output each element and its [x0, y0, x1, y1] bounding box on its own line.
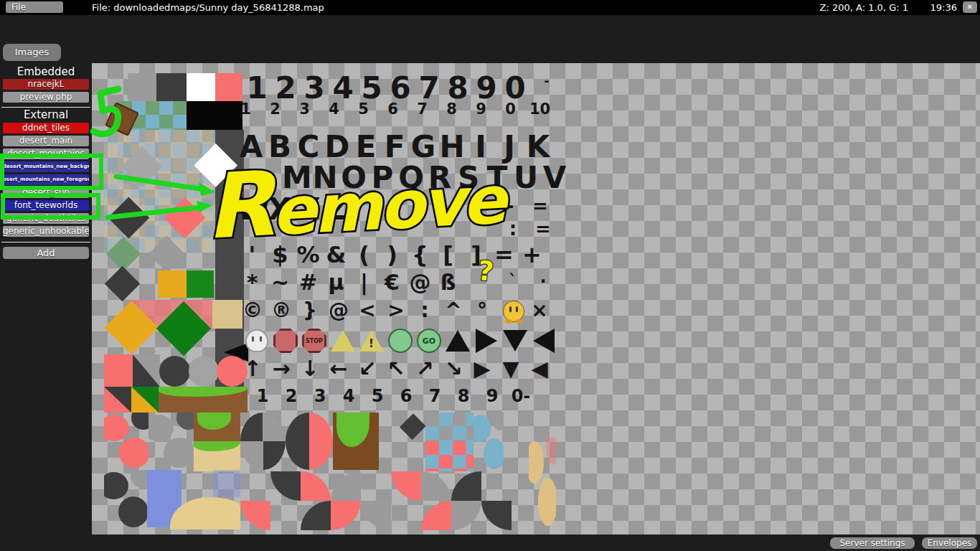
embedded-header: Embedded: [0, 65, 92, 78]
atlas-glyph: ↖: [382, 356, 410, 383]
server-settings-button[interactable]: Server settings: [830, 537, 915, 549]
tileset-tile: [286, 413, 333, 470]
atlas-glyph: @: [324, 298, 353, 324]
tileset-tile: [156, 73, 187, 101]
atlas-glyph: 3: [306, 386, 334, 408]
image-list-item-desert-main[interactable]: desert_main: [3, 136, 89, 146]
tileset-tile: [529, 438, 556, 529]
atlas-glyph: 2: [260, 100, 290, 119]
file-menu-button[interactable]: File: [6, 1, 63, 13]
tileset-tile: [128, 73, 156, 101]
font-atlas-row: -: [538, 73, 555, 90]
atlas-glyph: 4: [319, 100, 349, 119]
atlas-glyph: ←: [324, 356, 353, 383]
image-list-item-desert-sun[interactable]: desert_sun: [3, 187, 89, 198]
tileset-tile: [159, 356, 190, 387]
atlas-icon-cell: [472, 326, 501, 355]
menu-bar: File File: downloadedmaps/Sunny day_5684…: [0, 0, 980, 15]
image-list-item-nracejkl[interactable]: nracejkL: [3, 79, 89, 90]
atlas-glyph: ×: [525, 298, 554, 324]
close-icon: ✕: [967, 3, 973, 11]
stop-icon: STOP: [302, 329, 326, 353]
atlas-icon-cell: GO: [415, 326, 443, 355]
atlas-glyph: 10: [525, 100, 555, 119]
atlas-glyph: 0-: [507, 386, 535, 408]
go-icon: GO: [417, 329, 441, 353]
tileset-tile: [425, 413, 473, 441]
font-atlas-row: *~#µ|€@ß: [238, 270, 462, 297]
atlas-glyph: Y: [294, 192, 323, 230]
atlas-icon-cell: [271, 326, 300, 355]
image-list-item-desert-mountains[interactable]: desert_mountains: [3, 149, 89, 159]
image-list-item-font-teeworlds[interactable]: font_teeworlds: [3, 200, 89, 211]
tileset-tile: [131, 387, 159, 413]
atlas-glyph: %: [294, 241, 322, 270]
atlas-glyph: 8: [437, 100, 466, 119]
octagon-icon: [273, 329, 298, 353]
envelopes-button[interactable]: Envelopes: [922, 537, 977, 549]
atlas-glyph: →: [267, 356, 296, 383]
ghost-icon: [245, 329, 268, 353]
tileset-tile: [240, 471, 529, 531]
atlas-glyph: 5: [363, 386, 392, 408]
atlas-icon-cell: [329, 326, 357, 355]
tee-icon: [503, 301, 524, 322]
tileset-tile: [156, 301, 211, 356]
atlas-glyph: ·: [528, 271, 558, 293]
atlas-glyph: ↗: [410, 356, 439, 383]
atlas-icon-cell: [443, 326, 472, 355]
atlas-glyph: =: [525, 195, 555, 219]
image-list-item-ddnet-tiles[interactable]: ddnet_tiles: [3, 123, 89, 133]
atlas-icon-cell: !: [357, 326, 386, 355]
atlas-glyph: 8: [449, 386, 478, 408]
font-atlas-row: ↑→↓←↙↖↗↘▶▼◀: [238, 356, 554, 383]
font-atlas-row: 1234567890-: [248, 386, 535, 408]
atlas-glyph: S: [454, 160, 483, 198]
atlas-glyph: 3: [290, 100, 319, 119]
sidebar-divider: [1, 242, 90, 242]
font-atlas-row: 123456789010: [231, 100, 555, 119]
font-atlas-row: :=: [498, 218, 558, 242]
atlas-glyph: W: [237, 192, 265, 230]
image-list-item-generic-deathtiles[interactable]: generic_deathtiles: [3, 213, 89, 224]
atlas-glyph: U: [512, 160, 540, 198]
images-tab[interactable]: Images: [3, 44, 61, 61]
atlas-glyph: 1: [248, 386, 277, 408]
atlas-glyph: ': [238, 241, 266, 270]
font-atlas-row: -=: [495, 195, 555, 219]
atlas-icon-cell: [502, 300, 525, 323]
tri-down-icon: [503, 330, 527, 352]
atlas-glyph: 0: [496, 100, 525, 119]
tileset-tile: [194, 143, 238, 188]
atlas-glyph: P: [368, 160, 397, 198]
image-list-item-generic-unhookable[interactable]: generic_unhookable: [3, 226, 89, 237]
atlas-glyph: :: [498, 218, 528, 242]
tileset-tile: [104, 265, 140, 301]
image-list-item-esert-mountains-new-foreground[interactable]: esert_mountains_new_foreground: [3, 174, 89, 185]
tileset-tile: [187, 270, 214, 298]
tileset-tile: [159, 387, 248, 413]
tileset-tile: [149, 413, 194, 470]
atlas-icon-cell: STOP: [300, 326, 329, 355]
clock-label: 19:36: [930, 1, 957, 14]
atlas-glyph: ↘: [439, 356, 468, 383]
atlas-glyph: =: [528, 218, 558, 242]
atlas-glyph: ß: [434, 270, 462, 297]
images-sidebar: Images Embedded nracejkLpreview.php Exte…: [0, 15, 92, 551]
close-button[interactable]: ✕: [963, 1, 977, 13]
map-canvas[interactable]: 1234567890-123456789010ABCDEFGHIJKMNOPQR…: [92, 63, 980, 534]
image-list-item-preview-php[interactable]: preview.php: [3, 92, 89, 103]
tileset-tile: [425, 441, 473, 471]
atlas-glyph: >: [382, 298, 410, 324]
tileset-tile: [121, 146, 162, 187]
atlas-glyph: 2: [277, 386, 306, 408]
atlas-glyph: ): [378, 241, 406, 270]
atlas-glyph: A: [237, 129, 265, 167]
add-image-button[interactable]: Add: [3, 247, 89, 259]
atlas-icon-cell: [529, 326, 558, 355]
atlas-glyph: V: [540, 160, 569, 198]
tileset-tile: [240, 413, 286, 470]
atlas-glyph: &: [322, 241, 350, 270]
image-list-item-desert-mountains-new-background[interactable]: desert_mountains_new_background: [3, 161, 89, 172]
atlas-glyph: ↑: [238, 356, 267, 383]
